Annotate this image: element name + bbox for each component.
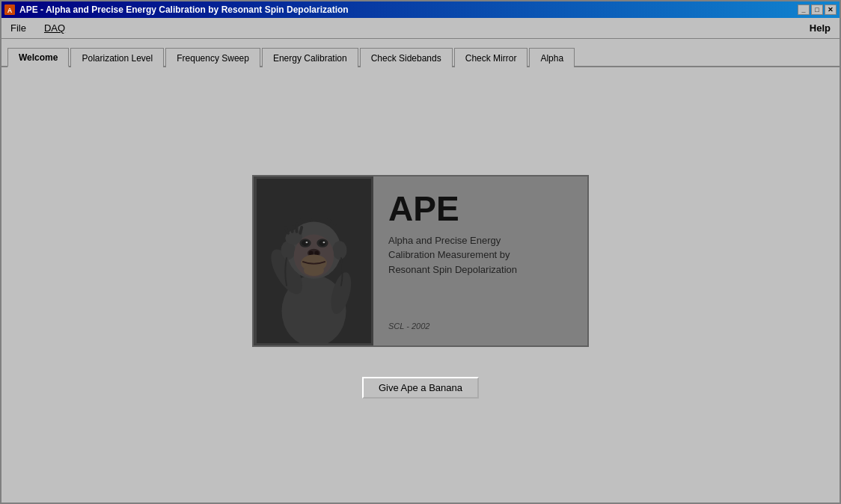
minimize-button[interactable]: _: [798, 4, 810, 15]
menu-bar: File DAQ Help: [1, 18, 840, 39]
svg-point-15: [322, 241, 325, 242]
daq-menu[interactable]: DAQ: [41, 21, 68, 35]
tab-mirror-label: Check Mirror: [465, 53, 517, 64]
svg-point-25: [304, 264, 324, 275]
give-banana-button[interactable]: Give Ape a Banana: [362, 377, 479, 399]
tab-check-sidebands[interactable]: Check Sidebands: [360, 48, 453, 67]
maximize-button[interactable]: □: [811, 4, 823, 15]
welcome-card: APE Alpha and Precise Energy Calibration…: [252, 175, 589, 347]
close-button[interactable]: ✕: [825, 4, 837, 15]
tab-alpha[interactable]: Alpha: [529, 48, 575, 67]
ape-subtitle-text: Alpha and Precise Energy Calibration Mea…: [388, 233, 517, 277]
title-bar-left: A APE - Alpha and Precise Energy Calibra…: [4, 4, 349, 15]
tab-frequency-label: Frequency Sweep: [177, 53, 249, 64]
ape-title-text: APE: [388, 191, 517, 226]
subtitle-line2: Calibration Measurement by: [388, 249, 510, 260]
svg-point-12: [302, 240, 309, 246]
tab-sidebands-label: Check Sidebands: [371, 53, 441, 64]
tab-alpha-label: Alpha: [540, 53, 563, 64]
subtitle-line1: Alpha and Precise Energy: [388, 235, 501, 246]
help-menu[interactable]: Help: [807, 21, 834, 35]
tab-check-mirror[interactable]: Check Mirror: [454, 48, 528, 67]
window-controls[interactable]: _ □ ✕: [798, 4, 837, 15]
app-icon: A: [4, 4, 15, 15]
tab-bar: Welcome Polarization Level Frequency Swe…: [1, 39, 840, 67]
subtitle-line3: Resonant Spin Depolarization: [388, 264, 517, 275]
ape-year-text: SCL - 2002: [388, 322, 517, 331]
tab-frequency-sweep[interactable]: Frequency Sweep: [165, 48, 260, 67]
tab-energy-calibration[interactable]: Energy Calibration: [262, 48, 358, 67]
chimp-image: [254, 176, 373, 345]
svg-line-24: [300, 227, 302, 233]
svg-point-14: [305, 241, 308, 242]
tab-welcome[interactable]: Welcome: [7, 48, 69, 67]
svg-point-8: [332, 241, 346, 259]
file-menu[interactable]: File: [7, 21, 29, 35]
svg-line-22: [290, 225, 292, 232]
menu-left: File DAQ: [7, 21, 68, 35]
card-text-area: APE Alpha and Precise Energy Calibration…: [373, 176, 532, 345]
tab-polarization-level[interactable]: Polarization Level: [70, 48, 164, 67]
main-content: APE Alpha and Precise Energy Calibration…: [1, 67, 840, 504]
tab-polarization-label: Polarization Level: [82, 53, 153, 64]
title-bar: A APE - Alpha and Precise Energy Calibra…: [1, 1, 840, 18]
window-title: APE - Alpha and Precise Energy Calibrati…: [19, 4, 349, 15]
tab-welcome-label: Welcome: [19, 52, 58, 63]
tab-energy-label: Energy Calibration: [273, 53, 347, 64]
svg-point-13: [319, 240, 326, 246]
svg-text:A: A: [7, 7, 13, 14]
